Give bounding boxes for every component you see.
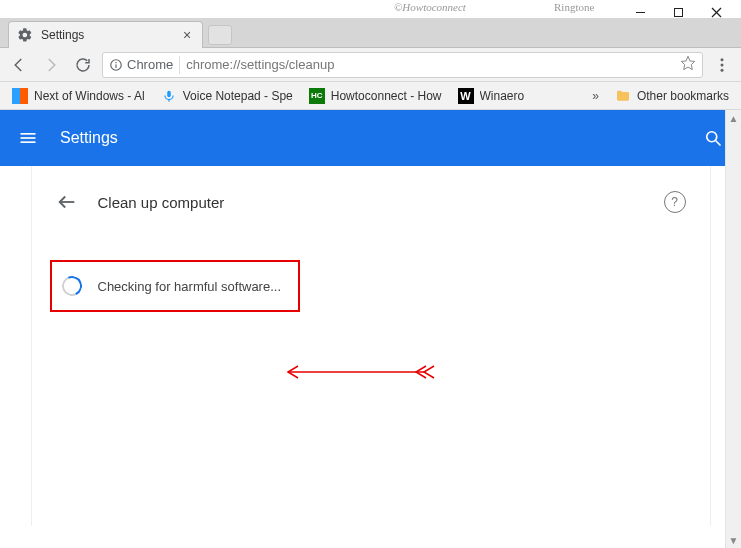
svg-rect-15 [21, 141, 36, 143]
microphone-icon [161, 88, 177, 104]
settings-page: Clean up computer ? Checking for harmful… [31, 166, 711, 526]
bookmark-item[interactable]: Voice Notepad - Spe [155, 86, 299, 106]
vertical-scrollbar[interactable]: ▲ ▼ [725, 110, 741, 548]
tab-title: Settings [41, 28, 172, 42]
tab-strip: Settings × [0, 18, 741, 48]
bookmark-favicon: W [458, 88, 474, 104]
url-text: chrome://settings/cleanup [186, 57, 674, 72]
page-content: Settings Clean up computer ? Checking fo… [0, 110, 741, 548]
bookmark-label: Winaero [480, 89, 525, 103]
annotation-arrow [276, 362, 436, 382]
cleanup-status-text: Checking for harmful software... [98, 279, 282, 294]
bookmarks-bar: Next of Windows - Al Voice Notepad - Spe… [0, 82, 741, 110]
settings-app-bar: Settings [0, 110, 741, 166]
tab-close-icon[interactable]: × [180, 28, 194, 42]
bookmark-item[interactable]: W Winaero [452, 86, 531, 106]
help-icon[interactable]: ? [664, 191, 686, 213]
scroll-down-icon[interactable]: ▼ [726, 532, 741, 548]
svg-rect-1 [674, 8, 682, 16]
svg-point-16 [707, 132, 717, 142]
nav-reload-button[interactable] [70, 52, 96, 78]
gear-icon [17, 27, 33, 43]
hamburger-menu-icon[interactable] [16, 126, 40, 150]
omnibox-divider [179, 56, 180, 74]
svg-rect-14 [21, 137, 36, 139]
scroll-up-icon[interactable]: ▲ [726, 110, 741, 126]
new-tab-button[interactable] [208, 25, 232, 45]
app-bar-title: Settings [60, 129, 118, 147]
security-chip-label: Chrome [127, 57, 173, 72]
svg-marker-7 [681, 56, 694, 69]
watermark-text-2: Ringtone [554, 1, 594, 13]
bookmark-label: Howtoconnect - How [331, 89, 442, 103]
other-bookmarks-label: Other bookmarks [637, 89, 729, 103]
browser-toolbar: Chrome chrome://settings/cleanup [0, 48, 741, 82]
svg-point-8 [721, 58, 724, 61]
search-icon[interactable] [701, 126, 725, 150]
svg-point-9 [721, 63, 724, 66]
svg-point-10 [721, 68, 724, 71]
bookmark-label: Voice Notepad - Spe [183, 89, 293, 103]
bookmark-item[interactable]: HC Howtoconnect - How [303, 86, 448, 106]
svg-rect-11 [167, 90, 171, 96]
bookmark-label: Next of Windows - Al [34, 89, 145, 103]
spinner-icon [59, 273, 85, 299]
nav-back-button[interactable] [6, 52, 32, 78]
bookmark-item[interactable]: Next of Windows - Al [6, 86, 151, 106]
bookmark-favicon: HC [309, 88, 325, 104]
page-title: Clean up computer [98, 194, 225, 211]
browser-tab[interactable]: Settings × [8, 21, 203, 48]
nav-forward-button[interactable] [38, 52, 64, 78]
svg-rect-13 [21, 133, 36, 135]
bookmark-star-icon[interactable] [680, 55, 696, 74]
other-bookmarks-folder[interactable]: Other bookmarks [609, 86, 735, 106]
svg-line-17 [716, 141, 721, 146]
svg-rect-6 [115, 64, 116, 67]
watermark-text: ©Howtoconnect [394, 1, 466, 13]
bookmark-favicon [12, 88, 28, 104]
folder-icon [615, 88, 631, 104]
bookmarks-overflow-button[interactable]: » [586, 89, 605, 103]
browser-menu-button[interactable] [709, 52, 735, 78]
page-back-button[interactable] [56, 191, 78, 213]
security-chip: Chrome [109, 57, 173, 72]
cleanup-status-box: Checking for harmful software... [50, 260, 300, 312]
svg-rect-5 [115, 62, 116, 63]
address-bar[interactable]: Chrome chrome://settings/cleanup [102, 52, 703, 78]
